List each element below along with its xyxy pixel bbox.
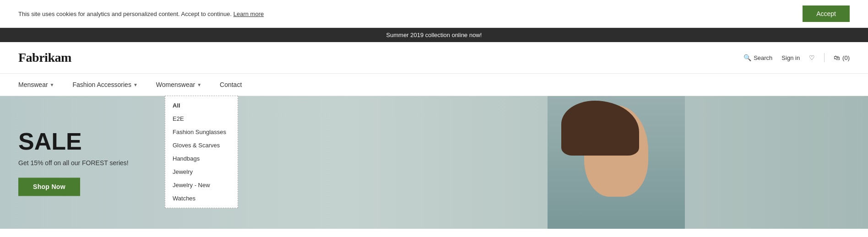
nav-item-contact-label: Contact	[220, 81, 242, 88]
hero-model-image	[548, 96, 685, 229]
promo-bar: Summer 2019 collection online now!	[0, 28, 868, 42]
nav-item-womenswear-label: Womenswear	[156, 81, 195, 88]
nav-item-womenswear[interactable]: Womenswear ▼	[147, 74, 211, 96]
dropdown-item-watches[interactable]: Watches	[165, 192, 238, 205]
dropdown-item-handbags[interactable]: Handbags	[165, 152, 238, 165]
signin-label: Sign in	[781, 54, 800, 61]
dropdown-item-gloves-scarves[interactable]: Gloves & Scarves	[165, 139, 238, 152]
header-divider	[824, 53, 825, 62]
cookie-message-text: This site uses cookies for analytics and…	[18, 11, 232, 17]
nav-item-contact[interactable]: Contact	[211, 74, 251, 96]
search-button[interactable]: 🔍 Search	[743, 54, 772, 61]
dropdown-item-jewelry[interactable]: Jewelry	[165, 165, 238, 178]
nav-item-fashion-accessories-label: Fashion Accessories	[73, 81, 131, 88]
cookie-accept-button[interactable]: Accept	[803, 5, 850, 22]
cookie-banner: This site uses cookies for analytics and…	[0, 0, 868, 28]
hero-cta-button[interactable]: Shop Now	[18, 178, 80, 196]
fashion-accessories-dropdown: All E2E Fashion Sunglasses Gloves & Scar…	[165, 96, 238, 208]
site-logo[interactable]: Fabrikam	[18, 50, 71, 65]
wishlist-button[interactable]: ♡	[809, 54, 815, 61]
hero-overlay	[0, 96, 868, 229]
hero-content: SALE Get 15% off on all our FOREST serie…	[18, 129, 129, 196]
hero-section: SALE Get 15% off on all our FOREST serie…	[0, 96, 868, 229]
cookie-message: This site uses cookies for analytics and…	[18, 11, 264, 17]
dropdown-item-e2e[interactable]: E2E	[165, 112, 238, 125]
bag-button[interactable]: 🛍 (0)	[834, 54, 850, 61]
cookie-learn-more-link[interactable]: Learn more	[233, 11, 264, 17]
chevron-down-icon: ▼	[50, 82, 54, 87]
hero-title: SALE	[18, 129, 129, 155]
search-icon: 🔍	[743, 54, 751, 61]
dropdown-item-fashion-sunglasses[interactable]: Fashion Sunglasses	[165, 125, 238, 139]
bag-count: (0)	[842, 54, 850, 61]
search-label: Search	[754, 54, 772, 61]
bag-icon: 🛍	[834, 54, 840, 61]
nav-item-menswear[interactable]: Menswear ▼	[18, 74, 64, 96]
chevron-down-icon: ▼	[197, 82, 201, 87]
nav-item-menswear-label: Menswear	[18, 81, 48, 88]
header: Fabrikam 🔍 Search Sign in ♡ 🛍 (0)	[0, 42, 868, 74]
main-nav: Menswear ▼ Fashion Accessories ▼ Womensw…	[0, 74, 868, 96]
dropdown-item-jewelry-new[interactable]: Jewelry - New	[165, 178, 238, 192]
nav-item-fashion-accessories[interactable]: Fashion Accessories ▼	[64, 74, 147, 96]
heart-icon: ♡	[809, 54, 815, 61]
promo-text: Summer 2019 collection online now!	[386, 32, 482, 38]
dropdown-item-all[interactable]: All	[165, 99, 238, 112]
hero-subtitle: Get 15% off on all our FOREST series!	[18, 160, 129, 167]
signin-button[interactable]: Sign in	[781, 54, 800, 61]
header-actions: 🔍 Search Sign in ♡ 🛍 (0)	[743, 53, 850, 62]
chevron-down-icon: ▼	[133, 82, 138, 87]
